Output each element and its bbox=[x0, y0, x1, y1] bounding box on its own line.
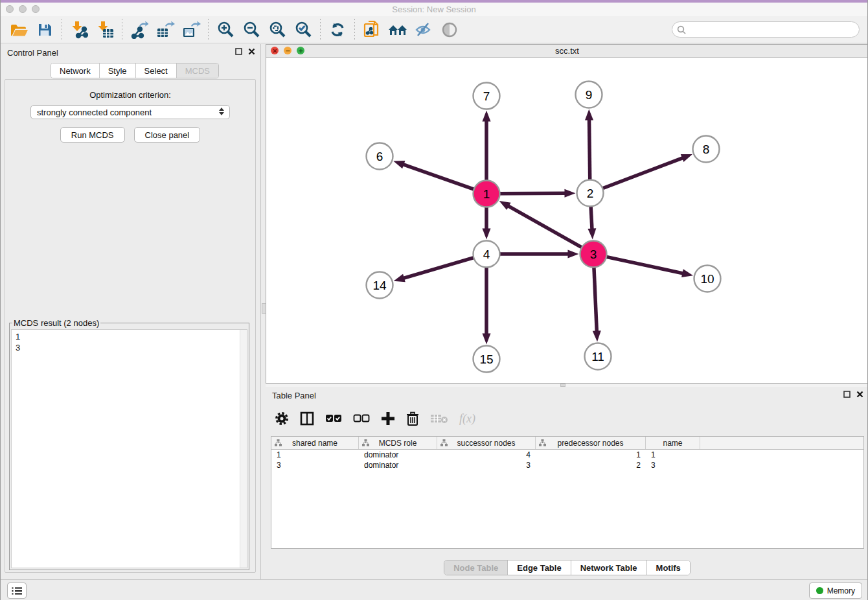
save-session-icon[interactable] bbox=[32, 19, 58, 41]
zoom-in-icon[interactable] bbox=[212, 19, 238, 41]
run-mcds-button[interactable]: Run MCDS bbox=[60, 127, 125, 143]
node-label-11: 11 bbox=[591, 350, 604, 363]
control-panel-tab-bar: NetworkStyleSelectMCDS bbox=[51, 63, 219, 78]
graph-edge-1-2[interactable] bbox=[499, 193, 565, 194]
table-toolbar: f(x) bbox=[275, 408, 475, 430]
export-table-icon[interactable] bbox=[152, 19, 178, 41]
graph-edge-3-1[interactable] bbox=[508, 205, 582, 248]
task-history-button[interactable] bbox=[7, 583, 27, 599]
birds-eye-view-icon[interactable] bbox=[437, 19, 463, 41]
column-header-MCDS-role[interactable]: MCDS role bbox=[359, 437, 437, 449]
result-scrollbar[interactable] bbox=[240, 330, 247, 568]
graph-edge-3-10[interactable] bbox=[606, 257, 683, 273]
control-panel-header: Control Panel bbox=[1, 44, 260, 61]
mcds-result-list[interactable]: 13 bbox=[11, 329, 247, 568]
graph-edge-2-9[interactable] bbox=[589, 119, 589, 179]
import-network-icon[interactable] bbox=[66, 19, 92, 41]
table-cell[interactable]: 3 bbox=[271, 461, 359, 470]
status-bar: Memory bbox=[1, 579, 867, 600]
show-columns-icon[interactable] bbox=[300, 411, 314, 426]
column-header-successor-nodes[interactable]: successor nodes bbox=[437, 437, 536, 449]
export-network-icon[interactable] bbox=[126, 19, 152, 41]
table-cell[interactable]: 3 bbox=[437, 461, 536, 470]
mcds-result-group: MCDS result (2 nodes) 13 bbox=[9, 318, 249, 570]
graph-edge-2-8[interactable] bbox=[602, 157, 683, 188]
select-all-columns-icon[interactable] bbox=[325, 414, 342, 423]
table-cell[interactable]: 3 bbox=[646, 461, 700, 470]
table-cell[interactable]: 4 bbox=[437, 450, 536, 459]
refresh-layout-icon[interactable] bbox=[325, 19, 350, 41]
table-cell[interactable]: 1 bbox=[271, 450, 359, 459]
optimization-criterion-select[interactable]: strongly connected component bbox=[30, 105, 230, 119]
delete-table-icon[interactable] bbox=[430, 413, 448, 424]
network-frame-titlebar: scc.txt bbox=[266, 45, 868, 58]
window-title: Session: New Session bbox=[1, 5, 867, 14]
close-panel-icon[interactable] bbox=[856, 391, 863, 398]
table-row[interactable]: 3dominator323 bbox=[271, 460, 863, 470]
graph-edge-3-11[interactable] bbox=[594, 267, 597, 332]
table-cell[interactable]: 1 bbox=[646, 450, 700, 459]
table-settings-gear-icon[interactable] bbox=[275, 411, 289, 426]
table-row[interactable]: 1dominator411 bbox=[271, 450, 863, 460]
tab-network-table[interactable]: Network Table bbox=[571, 560, 647, 575]
graph-edge-4-14[interactable] bbox=[403, 258, 474, 279]
node-table: shared nameMCDS rolesuccessor nodesprede… bbox=[271, 436, 864, 549]
column-header-name[interactable]: name bbox=[646, 437, 700, 449]
hide-graphics-details-icon[interactable] bbox=[411, 19, 437, 41]
column-header-label: predecessor nodes bbox=[557, 439, 623, 448]
open-file-icon[interactable] bbox=[6, 19, 32, 41]
column-type-icon bbox=[362, 439, 369, 446]
function-builder-icon[interactable]: f(x) bbox=[459, 412, 475, 426]
network-overview-icon[interactable] bbox=[385, 19, 411, 41]
tab-node-table[interactable]: Node Table bbox=[444, 560, 508, 575]
column-header-predecessor-nodes[interactable]: predecessor nodes bbox=[536, 437, 646, 449]
edge-arrowhead bbox=[568, 250, 579, 259]
mcds-result-node: 1 bbox=[16, 331, 243, 342]
table-panel-title: Table Panel bbox=[272, 391, 316, 400]
tab-mcds[interactable]: MCDS bbox=[177, 63, 218, 78]
table-cell[interactable]: 2 bbox=[536, 461, 646, 470]
table-cell[interactable]: 1 bbox=[536, 450, 646, 459]
export-image-icon[interactable] bbox=[178, 19, 204, 41]
close-panel-button[interactable]: Close panel bbox=[134, 127, 201, 143]
deselect-all-columns-icon[interactable] bbox=[353, 414, 370, 423]
delete-column-trash-icon[interactable] bbox=[406, 411, 419, 426]
table-cell[interactable]: dominator bbox=[359, 450, 437, 459]
control-panel-title: Control Panel bbox=[7, 48, 58, 58]
close-panel-icon[interactable] bbox=[248, 48, 255, 55]
zoom-fit-icon[interactable] bbox=[264, 19, 290, 41]
tab-network[interactable]: Network bbox=[51, 63, 100, 78]
optimization-criterion-value: strongly connected component bbox=[37, 108, 152, 117]
column-type-icon bbox=[275, 439, 282, 446]
node-label-6: 6 bbox=[376, 150, 383, 163]
column-type-icon bbox=[539, 439, 546, 446]
zoom-selected-icon[interactable] bbox=[290, 19, 316, 41]
import-table-icon[interactable] bbox=[92, 19, 118, 41]
application-window: Session: New Session bbox=[0, 0, 868, 600]
node-label-8: 8 bbox=[703, 143, 710, 156]
memory-button[interactable]: Memory bbox=[809, 583, 862, 599]
add-column-icon[interactable] bbox=[381, 411, 395, 426]
tab-edge-table[interactable]: Edge Table bbox=[508, 560, 571, 575]
zoom-out-icon[interactable] bbox=[238, 19, 264, 41]
table-cell[interactable]: dominator bbox=[359, 461, 437, 470]
duplicate-network-icon[interactable] bbox=[359, 19, 385, 41]
table-panel: Table Panel f(x) shared nameMCDS rolesuc… bbox=[266, 387, 868, 579]
graph-edge-2-3[interactable] bbox=[591, 206, 592, 229]
tab-style[interactable]: Style bbox=[100, 63, 136, 78]
float-panel-icon[interactable] bbox=[235, 48, 242, 55]
main-toolbar bbox=[1, 16, 867, 43]
edge-arrowhead bbox=[483, 334, 491, 345]
toolbar-separator bbox=[354, 19, 355, 41]
edge-arrowhead bbox=[394, 274, 405, 282]
search-input[interactable] bbox=[689, 25, 859, 35]
column-header-shared-name[interactable]: shared name bbox=[271, 437, 359, 449]
node-label-1: 1 bbox=[483, 187, 490, 201]
edge-arrowhead bbox=[681, 269, 693, 277]
tab-motifs[interactable]: Motifs bbox=[647, 560, 690, 575]
tab-select[interactable]: Select bbox=[136, 63, 177, 78]
network-canvas[interactable]: 7968124314101511 bbox=[266, 58, 868, 384]
mcds-panel: Optimization criterion: strongly connect… bbox=[5, 79, 256, 573]
float-panel-icon[interactable] bbox=[843, 391, 851, 398]
graph-edge-1-6[interactable] bbox=[402, 164, 474, 189]
